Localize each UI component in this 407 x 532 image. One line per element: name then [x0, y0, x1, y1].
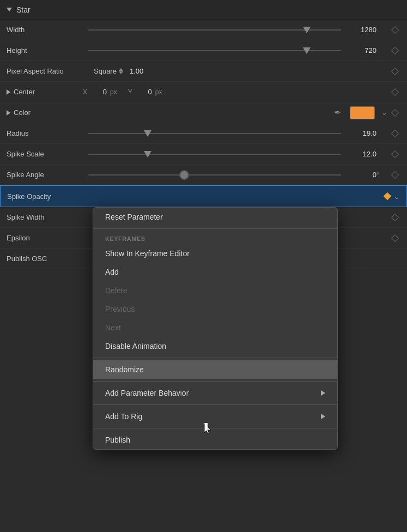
- eyedropper-icon[interactable]: ✒: [334, 107, 341, 118]
- spike-scale-row: Spike Scale 12.0: [0, 144, 407, 165]
- x-label: X: [83, 88, 87, 96]
- show-keyframe-editor-label: Show In Keyframe Editor: [105, 249, 190, 258]
- color-controls: ✒ ⌄: [83, 106, 387, 119]
- previous-keyframe-item: Previous: [93, 300, 337, 318]
- center-expand-icon[interactable]: [7, 89, 10, 95]
- spike-width-label: Spike Width: [7, 213, 83, 221]
- spike-angle-slider[interactable]: [83, 174, 347, 176]
- width-row: Width 1280: [0, 20, 407, 40]
- center-label: Center: [7, 88, 83, 96]
- randomize-item[interactable]: Randomize: [93, 360, 337, 379]
- add-parameter-behavior-item[interactable]: Add Parameter Behavior: [93, 384, 337, 402]
- color-label: Color: [7, 108, 83, 117]
- width-label: Width: [7, 26, 83, 34]
- pixel-aspect-ratio-label: Pixel Aspect Ratio: [7, 67, 83, 75]
- spike-scale-slider[interactable]: [83, 154, 347, 155]
- spike-opacity-expand-icon[interactable]: ⌄: [394, 192, 400, 201]
- show-keyframe-editor-item[interactable]: Show In Keyframe Editor: [93, 244, 337, 263]
- spike-angle-unit: °: [376, 171, 387, 179]
- height-label: Height: [7, 46, 83, 55]
- add-to-rig-label: Add To Rig: [105, 412, 142, 421]
- reset-parameter-item[interactable]: Reset Parameter: [93, 208, 337, 226]
- context-menu: Reset Parameter KEYFRAMES Show In Keyfra…: [93, 207, 338, 450]
- radius-row: Radius 19.0: [0, 123, 407, 144]
- color-chevron-icon[interactable]: ⌄: [381, 108, 387, 117]
- spike-angle-label: Spike Angle: [7, 171, 83, 179]
- section-title: Star: [16, 5, 31, 14]
- disable-animation-label: Disable Animation: [105, 342, 166, 350]
- add-keyframe-item[interactable]: Add: [93, 263, 337, 281]
- spike-scale-value[interactable]: 12.0: [347, 150, 376, 158]
- publish-item[interactable]: Publish: [93, 431, 337, 449]
- divider-1: [93, 228, 337, 229]
- color-keyframe-btn[interactable]: [390, 107, 400, 118]
- x-unit: px: [110, 88, 117, 96]
- add-to-rig-item[interactable]: Add To Rig: [93, 407, 337, 426]
- color-expand-icon[interactable]: [7, 110, 10, 116]
- radius-value[interactable]: 19.0: [347, 129, 376, 137]
- add-keyframe-label: Add: [105, 268, 119, 276]
- height-keyframe-btn[interactable]: [390, 45, 400, 56]
- spike-angle-value[interactable]: 0: [347, 171, 376, 179]
- center-fields: X 0 px Y 0 px: [83, 88, 387, 96]
- spike-angle-keyframe-btn[interactable]: [390, 170, 400, 180]
- center-row: Center X 0 px Y 0 px: [0, 82, 407, 102]
- divider-2: [93, 358, 337, 358]
- par-dropdown[interactable]: Square: [94, 67, 123, 75]
- height-row: Height 720: [0, 40, 407, 61]
- add-to-rig-arrow-icon: [321, 414, 325, 419]
- par-value[interactable]: 1.00: [130, 67, 143, 75]
- par-stepper[interactable]: [119, 68, 123, 74]
- spike-opacity-keyframe-btn[interactable]: [382, 191, 393, 202]
- pixel-aspect-ratio-row: Pixel Aspect Ratio Square 1.00: [0, 61, 407, 82]
- publish-label: Publish: [105, 436, 130, 444]
- previous-keyframe-label: Previous: [105, 305, 135, 313]
- divider-5: [93, 428, 337, 428]
- x-value[interactable]: 0: [90, 88, 107, 96]
- spike-scale-keyframe-btn[interactable]: [390, 149, 400, 160]
- delete-keyframe-label: Delete: [105, 286, 127, 295]
- par-controls: Square 1.00: [83, 67, 387, 75]
- next-keyframe-item: Next: [93, 318, 337, 337]
- width-keyframe-btn[interactable]: [390, 25, 400, 35]
- add-parameter-behavior-label: Add Parameter Behavior: [105, 389, 189, 397]
- height-slider[interactable]: [83, 50, 347, 51]
- spike-opacity-label: Spike Opacity: [7, 192, 83, 201]
- height-value[interactable]: 720: [347, 46, 376, 55]
- center-keyframe-btn[interactable]: [390, 87, 400, 98]
- y-value[interactable]: 0: [136, 88, 152, 96]
- properties-panel: Star Width 1280 Height 720 Pixel Aspect …: [0, 0, 407, 532]
- width-value[interactable]: 1280: [347, 26, 376, 34]
- par-keyframe-btn[interactable]: [390, 66, 400, 77]
- spike-opacity-row: Spike Opacity ⌄: [0, 185, 407, 207]
- delete-keyframe-item: Delete: [93, 281, 337, 300]
- randomize-label: Randomize: [105, 365, 144, 374]
- color-swatch[interactable]: [350, 106, 375, 119]
- next-keyframe-label: Next: [105, 323, 121, 332]
- keyframes-section-label: KEYFRAMES: [93, 231, 337, 244]
- radius-keyframe-btn[interactable]: [390, 128, 400, 139]
- par-arrow-down-icon: [119, 71, 123, 74]
- epsilon-keyframe-btn[interactable]: [390, 233, 400, 244]
- divider-4: [93, 404, 337, 405]
- star-header: Star: [0, 0, 407, 20]
- add-parameter-behavior-arrow-icon: [321, 390, 325, 396]
- y-label: Y: [128, 88, 132, 96]
- spike-angle-row: Spike Angle 0 °: [0, 165, 407, 185]
- width-slider[interactable]: [83, 29, 347, 31]
- spike-width-keyframe-btn[interactable]: [390, 212, 400, 223]
- spike-scale-label: Spike Scale: [7, 150, 83, 158]
- y-unit: px: [155, 88, 162, 96]
- par-dropdown-value: Square: [94, 67, 117, 75]
- radius-slider[interactable]: [83, 133, 347, 134]
- par-arrow-up-icon: [119, 68, 123, 71]
- epsilon-label: Epsilon: [7, 234, 83, 242]
- color-row: Color ✒ ⌄: [0, 102, 407, 123]
- radius-label: Radius: [7, 129, 83, 137]
- keyframes-label: KEYFRAMES: [105, 235, 145, 242]
- collapse-arrow-icon[interactable]: [7, 8, 12, 11]
- disable-animation-item[interactable]: Disable Animation: [93, 337, 337, 355]
- divider-3: [93, 381, 337, 382]
- reset-parameter-label: Reset Parameter: [105, 213, 163, 221]
- publish-osc-label: Publish OSC: [7, 255, 83, 263]
